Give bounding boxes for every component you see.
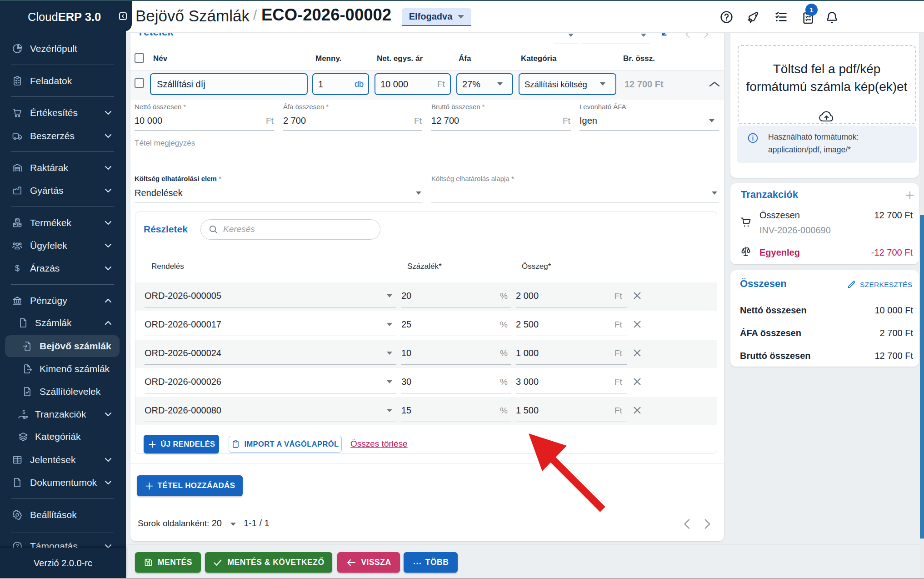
svg-text:$: $ <box>15 264 20 273</box>
svg-text:$: $ <box>22 409 25 415</box>
